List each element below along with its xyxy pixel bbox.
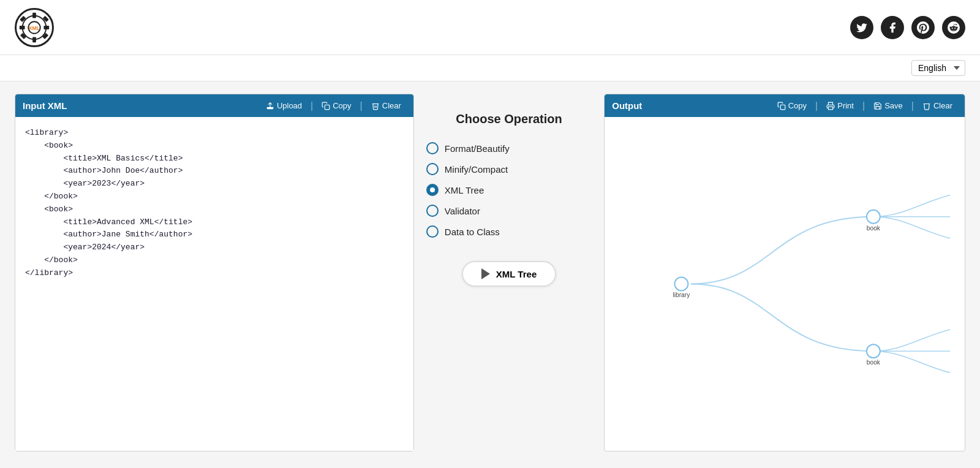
svg-rect-12	[325, 105, 330, 110]
output-panel-title: Output	[612, 100, 642, 111]
radio-format	[426, 142, 439, 154]
tree-edge-1	[691, 217, 873, 284]
option-validator[interactable]: Validator	[426, 205, 592, 217]
svg-rect-3	[32, 37, 36, 42]
tree-edge-2	[691, 284, 873, 352]
xml-tree-svg: library book book	[605, 117, 965, 451]
output-content: library book book	[605, 117, 965, 451]
reddit-icon[interactable]	[942, 16, 965, 39]
output-panel-header: Output Copy | Print | Save |	[605, 94, 965, 117]
output-clear-icon	[922, 102, 931, 110]
radio-dataclass	[426, 225, 439, 238]
label-book-1: book	[867, 225, 881, 232]
option-xmltree[interactable]: XML Tree	[426, 184, 592, 196]
svg-rect-14	[829, 107, 833, 110]
svg-rect-9	[42, 32, 48, 39]
operation-title: Choose Operation	[456, 112, 562, 126]
input-panel-title: Input XML	[23, 100, 67, 111]
copy-icon	[322, 102, 330, 110]
social-icons	[850, 16, 965, 39]
svg-rect-2	[32, 12, 36, 18]
clear-icon	[371, 102, 380, 110]
option-format[interactable]: Format/Beautify	[426, 142, 592, 154]
tree-edge-6	[873, 330, 950, 351]
input-clear-button[interactable]: Clear	[366, 99, 406, 112]
output-panel-actions: Copy | Print | Save | Clear	[772, 99, 957, 112]
option-dataclass[interactable]: Data to Class	[426, 225, 592, 238]
upload-button[interactable]: Upload	[261, 99, 307, 112]
main-content: Input XML Upload | Copy | Clear <library…	[0, 81, 980, 464]
logo-area: XML	[15, 8, 54, 47]
label-book-2: book	[867, 359, 881, 366]
svg-rect-13	[780, 105, 785, 110]
option-minify[interactable]: Minify/Compact	[426, 163, 592, 175]
input-panel-actions: Upload | Copy | Clear	[261, 99, 406, 112]
run-arrow-icon	[481, 268, 490, 279]
svg-rect-8	[20, 32, 26, 39]
run-button[interactable]: XML Tree	[462, 261, 556, 287]
svg-rect-5	[43, 26, 49, 29]
node-book-2	[867, 344, 880, 358]
operation-panel: Choose Operation Format/Beautify Minify/…	[414, 94, 604, 451]
upload-icon	[266, 102, 274, 110]
output-copy-button[interactable]: Copy	[772, 99, 812, 112]
svg-rect-4	[20, 26, 25, 29]
gear-svg: XML	[17, 9, 52, 46]
node-book-1	[867, 210, 880, 224]
operation-options: Format/Beautify Minify/Compact XML Tree …	[426, 142, 592, 238]
facebook-icon[interactable]	[881, 16, 904, 39]
input-copy-button[interactable]: Copy	[317, 99, 356, 112]
topbar: XML	[0, 0, 980, 55]
output-save-button[interactable]: Save	[869, 99, 908, 112]
tree-edge-3	[873, 195, 950, 217]
pinterest-icon[interactable]	[911, 16, 935, 39]
input-panel-header: Input XML Upload | Copy | Clear	[15, 94, 413, 117]
svg-text:XML: XML	[29, 25, 40, 31]
output-print-button[interactable]: Print	[821, 99, 859, 112]
language-select[interactable]: English Spanish French German Chinese	[911, 60, 965, 76]
output-copy-icon	[777, 102, 786, 110]
radio-minify	[426, 163, 439, 175]
output-clear-button[interactable]: Clear	[918, 99, 957, 112]
radio-xmltree	[426, 184, 439, 196]
print-icon	[826, 102, 835, 110]
node-library	[675, 277, 688, 291]
logo-icon: XML	[15, 8, 54, 47]
output-panel: Output Copy | Print | Save |	[604, 94, 965, 451]
tree-edge-5	[873, 217, 950, 238]
tree-edge-8	[873, 351, 950, 372]
input-panel: Input XML Upload | Copy | Clear <library…	[15, 94, 414, 451]
twitter-icon[interactable]	[850, 16, 873, 39]
save-icon	[873, 102, 882, 110]
label-library: library	[673, 292, 691, 298]
xml-editor[interactable]: <library> <book> <title>XML Basics</titl…	[15, 117, 413, 451]
radio-validator	[426, 205, 439, 217]
language-bar: English Spanish French German Chinese	[0, 55, 980, 81]
